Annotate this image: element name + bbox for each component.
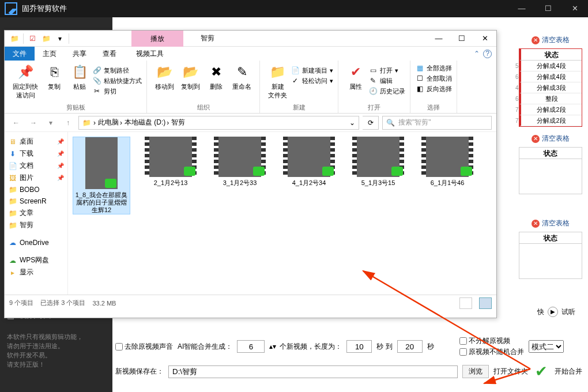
remove-audio-checkbox[interactable]: 去除原视频声音 xyxy=(115,342,173,352)
app-logo-icon xyxy=(5,2,17,15)
select-all-button[interactable]: ▦全部选择 xyxy=(415,63,452,73)
folder-icon: 📁 xyxy=(8,209,17,218)
tree-item[interactable]: 📁智剪 xyxy=(7,219,65,231)
file-item[interactable]: 1_8_我会在那腥臭腐朽的日子里熠熠生辉12 xyxy=(73,137,130,214)
start-merge-button[interactable]: 开始合并 xyxy=(555,367,582,376)
tab-file[interactable]: 文件 xyxy=(5,47,35,61)
nav-tree: 🖥桌面📌⬇下载📌📄文档📌🖼图片📌📁BOBO📁ScreenR📁文章📁智剪☁OneD… xyxy=(5,132,68,295)
play-contextual-tab[interactable]: 播放 xyxy=(131,31,183,47)
clear-table-2-button[interactable]: ✕清空表格 xyxy=(519,134,582,144)
clear-table-3-button[interactable]: ✕清空表格 xyxy=(519,218,582,228)
chevron-down-icon[interactable]: ⌄ xyxy=(349,119,355,127)
tree-item[interactable]: 📁文章 xyxy=(7,207,65,219)
copy-path-button[interactable]: 🔗复制路径 xyxy=(92,65,142,76)
open-button[interactable]: ▭打开▾ xyxy=(368,65,405,76)
nav-fwd-button[interactable]: → xyxy=(27,116,40,130)
refresh-button[interactable]: ⟳ xyxy=(363,116,379,130)
crumb-drive: 本地磁盘 (D:) › xyxy=(125,118,169,127)
qat-check-icon[interactable]: ☑ xyxy=(26,32,39,45)
breadcrumb[interactable]: 📁› 此电脑 › 本地磁盘 (D:) › 智剪 ⌄ xyxy=(78,116,359,130)
tree-item[interactable]: 🖼图片📌 xyxy=(7,172,65,184)
folder-icon: 📁 xyxy=(8,197,17,206)
search-input[interactable]: 🔍搜索"智剪" xyxy=(382,116,492,130)
explorer-minimize-button[interactable]: — xyxy=(427,31,450,47)
thumbnails-view-button[interactable] xyxy=(479,297,492,309)
explorer-titlebar: 📁 ☑ 📁 ▾ 播放 智剪 — ☐ ✕ xyxy=(5,31,496,47)
sec-label: 秒 到 xyxy=(376,342,392,352)
select-none-button[interactable]: ☐全部取消 xyxy=(415,73,452,84)
selection-size: 33.2 MB xyxy=(92,300,116,307)
browse-button[interactable]: 浏览 xyxy=(462,365,489,378)
len-min-input[interactable] xyxy=(346,340,372,353)
mode-select[interactable]: 模式二 xyxy=(529,340,564,353)
stepper-icon[interactable]: ▴▾ xyxy=(269,342,275,350)
new-item-button[interactable]: 📄新建项目▾ xyxy=(291,65,333,76)
ai-count-input[interactable] xyxy=(237,340,265,353)
folder-icon: 📁 xyxy=(82,119,91,127)
cut-button[interactable]: ✂剪切 xyxy=(92,86,142,96)
app-close-button[interactable]: ✕ xyxy=(561,0,588,17)
play-icon[interactable]: ▶ xyxy=(548,307,558,317)
tree-item[interactable]: 📄文档📌 xyxy=(7,160,65,172)
nav-up-button[interactable]: ↑ xyxy=(61,116,75,130)
file-item[interactable]: 2_1月2号13 xyxy=(142,137,199,214)
tab-view[interactable]: 查看 xyxy=(95,47,125,61)
tree-item[interactable]: 📁BOBO xyxy=(7,184,65,195)
tab-share[interactable]: 共享 xyxy=(65,47,95,61)
app-minimize-button[interactable]: — xyxy=(508,0,535,17)
file-explorer-window: 📁 ☑ 📁 ▾ 播放 智剪 — ☐ ✕ 文件 主页 共享 查看 视频工具 ⌃? … xyxy=(4,30,497,318)
tree-item[interactable]: 📁ScreenR xyxy=(7,195,65,207)
table-header: 状态 xyxy=(519,49,582,61)
explorer-title: 智剪 xyxy=(201,33,214,43)
group-select-label: 选择 xyxy=(410,103,457,112)
folder-icon: 📄 xyxy=(8,161,17,171)
paste-icon: 📋 xyxy=(70,63,89,81)
sec2-label: 秒 xyxy=(427,342,434,352)
tab-home[interactable]: 主页 xyxy=(35,47,65,61)
search-icon: 🔍 xyxy=(386,119,395,127)
file-name: 6_1月1号46 xyxy=(431,179,465,187)
file-item[interactable]: 3_1月2号33 xyxy=(211,137,269,214)
video-thumbnail xyxy=(85,137,118,189)
tree-item[interactable]: ▸显示 xyxy=(7,266,65,278)
folder-icon[interactable]: 📁 xyxy=(8,32,21,45)
app-note: 本软件只有视频剪辑功能， 请勿用于违法用途。 软件开发不易。 请支持正版！ xyxy=(7,332,105,369)
folder-icon[interactable]: 📁 xyxy=(40,32,52,45)
status-table-3: 状态 xyxy=(519,232,582,279)
try-listen-button[interactable]: 试听 xyxy=(561,307,575,317)
no-split-checkbox[interactable]: 不分解原视频 xyxy=(459,336,524,346)
new-folder-icon: 📁 xyxy=(269,63,287,81)
tree-item[interactable]: 🖥桌面📌 xyxy=(7,135,65,148)
invert-selection-button[interactable]: ◧反向选择 xyxy=(415,84,452,94)
clear-table-1-button[interactable]: ✕清空表格 xyxy=(519,35,582,45)
edit-button[interactable]: ✎编辑 xyxy=(368,76,405,86)
details-view-button[interactable] xyxy=(459,297,472,309)
tab-video-tools[interactable]: 视频工具 xyxy=(128,47,172,61)
help-icon[interactable]: ? xyxy=(483,50,492,58)
easy-access-button[interactable]: ✓轻松访问▾ xyxy=(291,76,333,86)
explorer-close-button[interactable]: ✕ xyxy=(473,31,496,47)
paste-shortcut-button[interactable]: 📎粘贴快捷方式 xyxy=(92,76,142,86)
file-item[interactable]: 5_1月3号15 xyxy=(349,137,407,214)
len-max-input[interactable] xyxy=(397,340,423,353)
video-thumbnail xyxy=(283,137,335,177)
video-overlay-icon xyxy=(184,167,195,176)
pin-icon: 📌 xyxy=(57,163,64,169)
open-folder-button[interactable]: 打开文件夹 xyxy=(493,367,528,376)
item-count: 9 个项目 xyxy=(9,299,33,307)
chevron-down-icon[interactable]: ▾ xyxy=(54,32,66,45)
explorer-maximize-button[interactable]: ☐ xyxy=(450,31,473,47)
tree-item[interactable]: ⬇下载📌 xyxy=(7,148,65,160)
save-path-input[interactable] xyxy=(168,365,458,378)
file-item[interactable]: 4_1月2号34 xyxy=(280,137,338,214)
nav-back-button[interactable]: ← xyxy=(9,116,23,130)
no-random-checkbox[interactable]: 原视频不随机合并 xyxy=(459,347,524,357)
chevron-up-icon[interactable]: ⌃ xyxy=(474,50,480,58)
app-maximize-button[interactable]: ☐ xyxy=(535,0,561,17)
history-button[interactable]: 🕘历史记录 xyxy=(368,86,405,96)
video-thumbnail xyxy=(421,137,473,177)
tree-item[interactable]: ☁WPS网盘 xyxy=(7,254,65,266)
file-item[interactable]: 6_1月1号46 xyxy=(419,137,476,214)
tree-item[interactable]: ☁OneDrive xyxy=(7,237,65,248)
nav-recent-button[interactable]: ▾ xyxy=(44,116,58,130)
